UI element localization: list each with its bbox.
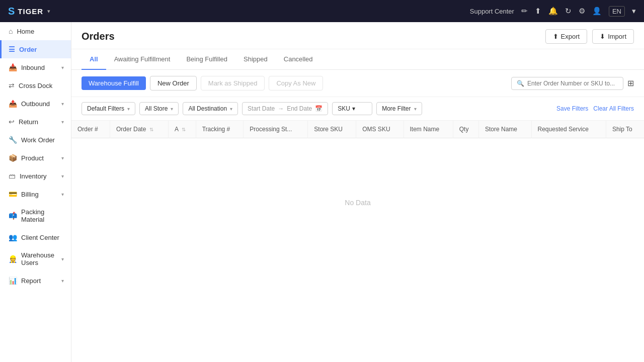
save-filters-link[interactable]: Save Filters [556, 105, 588, 112]
home-icon: ⌂ [9, 27, 13, 35]
sidebar-item-work-order[interactable]: 🔧 Work Order [0, 131, 71, 149]
calendar-icon: 📅 [315, 105, 323, 112]
tab-all[interactable]: All [82, 49, 106, 70]
sidebar-label-packing: Packing Material [21, 208, 64, 223]
warehouse-users-icon: 👷 [9, 255, 17, 263]
search-input[interactable] [527, 80, 618, 87]
a-sort-icon: ⇅ [182, 127, 186, 132]
sidebar-label-return: Return [19, 118, 38, 126]
page-title: Orders [82, 31, 115, 42]
tab-awaiting-fulfillment[interactable]: Awaiting Fulfillment [106, 49, 179, 70]
sidebar: ⌂ Home ☰ Order 📥 Inbound ▾ ⇄ Cross Dock [0, 22, 71, 362]
billing-chevron-icon: ▾ [61, 192, 64, 197]
copy-as-new-button[interactable]: Copy As New [269, 76, 323, 90]
export-button[interactable]: ⬆ Export [545, 29, 588, 44]
packing-icon: 📫 [9, 212, 17, 220]
mark-as-shipped-button[interactable]: Mark as Shipped [201, 76, 265, 90]
col-oms-sku: OMS SKU [356, 121, 404, 138]
sidebar-item-cross-dock[interactable]: ⇄ Cross Dock [0, 76, 71, 95]
sku-select[interactable]: SKU ▾ [332, 102, 372, 115]
page-header: Orders ⬆ Export ⬇ Import [71, 22, 644, 49]
import-icon: ⬇ [600, 33, 605, 40]
sidebar-item-client-center[interactable]: 👥 Client Center [0, 228, 71, 246]
sidebar-label-cross-dock: Cross Dock [19, 82, 52, 89]
settings-icon[interactable]: ⚙ [579, 7, 585, 16]
warehouse-fulfill-button[interactable]: Warehouse Fulfill [82, 76, 146, 90]
sidebar-item-home[interactable]: ⌂ Home [0, 22, 71, 40]
report-icon: 📊 [9, 277, 17, 285]
filters-bar: Default Filters ▾ All Store ▾ All Destin… [71, 97, 644, 121]
all-store-select[interactable]: All Store ▾ [139, 102, 179, 115]
orders-table: Order # Order Date ⇅ A ⇅ Tracking # [71, 121, 644, 267]
inbound-icon: 📥 [9, 63, 17, 71]
default-filters-caret-icon: ▾ [127, 106, 130, 112]
default-filters-select[interactable]: Default Filters ▾ [82, 102, 135, 115]
sidebar-item-billing[interactable]: 💳 Billing ▾ [0, 185, 71, 203]
tab-shipped[interactable]: Shipped [235, 49, 276, 70]
sidebar-label-work-order: Work Order [21, 136, 55, 144]
all-store-caret-icon: ▾ [171, 106, 173, 112]
app-name: TIGER [18, 7, 43, 16]
warehouse-users-chevron-icon: ▾ [61, 256, 64, 262]
work-order-icon: 🔧 [9, 136, 17, 144]
sidebar-label-report: Report [21, 277, 41, 285]
lang-chevron-icon[interactable]: ▾ [632, 7, 636, 16]
sidebar-label-inventory: Inventory [20, 172, 46, 180]
refresh-icon[interactable]: ↻ [565, 7, 572, 16]
billing-icon: 💳 [9, 190, 17, 198]
report-chevron-icon: ▾ [61, 278, 64, 284]
orders-table-wrapper: Order # Order Date ⇅ A ⇅ Tracking # [71, 121, 644, 267]
outbound-icon: 📤 [9, 100, 17, 108]
date-range-picker[interactable]: Start Date → End Date 📅 [242, 102, 328, 115]
user-icon[interactable]: 👤 [592, 7, 602, 16]
sidebar-item-inbound[interactable]: 📥 Inbound ▾ [0, 58, 71, 76]
all-destination-caret-icon: ▾ [230, 106, 232, 112]
sidebar-label-outbound: Outbound [21, 100, 50, 108]
language-selector[interactable]: EN [609, 6, 625, 17]
sidebar-item-product[interactable]: 📦 Product ▾ [0, 149, 71, 167]
sidebar-item-warehouse-users[interactable]: 👷 Warehouse Users ▾ [0, 246, 71, 272]
app-name-caret-icon[interactable]: ▾ [47, 8, 50, 15]
grid-view-icon[interactable]: ⊞ [627, 78, 634, 88]
toolbar-right: 🔍 ⊞ [511, 77, 634, 90]
all-destination-select[interactable]: All Destination ▾ [183, 102, 238, 115]
import-button[interactable]: ⬇ Import [592, 29, 634, 44]
no-data-cell: No Data [71, 138, 644, 267]
edit-icon[interactable]: ✏ [521, 7, 528, 16]
sidebar-item-packing-material[interactable]: 📫 Packing Material [0, 203, 71, 228]
sku-caret-icon: ▾ [352, 105, 355, 112]
return-icon: ↩ [9, 118, 15, 126]
more-filter-select[interactable]: More Filter ▾ [376, 102, 422, 115]
share-icon[interactable]: ⬆ [535, 7, 541, 16]
more-filter-caret-icon: ▾ [414, 106, 417, 112]
sidebar-label-product: Product [21, 154, 44, 162]
col-processing-st: Processing St... [244, 121, 308, 138]
action-toolbar: Warehouse Fulfill New Order Mark as Ship… [71, 70, 644, 97]
clear-all-filters-link[interactable]: Clear All Filters [593, 105, 634, 112]
sidebar-item-inventory[interactable]: 🗃 Inventory ▾ [0, 167, 71, 185]
inbound-chevron-icon: ▾ [61, 65, 64, 70]
top-navigation: S TIGER ▾ Support Center ✏ ⬆ 🔔 ↻ ⚙ 👤 EN … [0, 0, 644, 22]
support-center-link[interactable]: Support Center [470, 8, 514, 15]
col-order-date[interactable]: Order Date ⇅ [110, 121, 169, 138]
return-chevron-icon: ▾ [61, 119, 64, 125]
sidebar-label-billing: Billing [21, 191, 39, 198]
sidebar-item-order[interactable]: ☰ Order [0, 40, 71, 58]
col-a[interactable]: A ⇅ [168, 121, 196, 138]
product-chevron-icon: ▾ [61, 155, 64, 161]
new-order-button[interactable]: New Order [150, 76, 197, 90]
col-store-name: Store Name [479, 121, 532, 138]
topnav-right-area: Support Center ✏ ⬆ 🔔 ↻ ⚙ 👤 EN ▾ [470, 6, 636, 17]
sidebar-item-outbound[interactable]: 📤 Outbound ▾ [0, 95, 71, 113]
col-requested-service: Requested Service [531, 121, 606, 138]
tabs-bar: All Awaiting Fulfillment Being Fulfilled… [71, 49, 644, 70]
tab-cancelled[interactable]: Cancelled [276, 49, 321, 70]
main-layout: ⌂ Home ☰ Order 📥 Inbound ▾ ⇄ Cross Dock [0, 22, 644, 362]
col-ship-to: Ship To [606, 121, 644, 138]
sidebar-item-return[interactable]: ↩ Return ▾ [0, 113, 71, 131]
order-search-box[interactable]: 🔍 [511, 77, 623, 90]
tab-being-fulfilled[interactable]: Being Fulfilled [178, 49, 235, 70]
sidebar-item-report[interactable]: 📊 Report ▾ [0, 272, 71, 290]
col-tracking: Tracking # [196, 121, 244, 138]
bell-icon[interactable]: 🔔 [548, 7, 558, 16]
